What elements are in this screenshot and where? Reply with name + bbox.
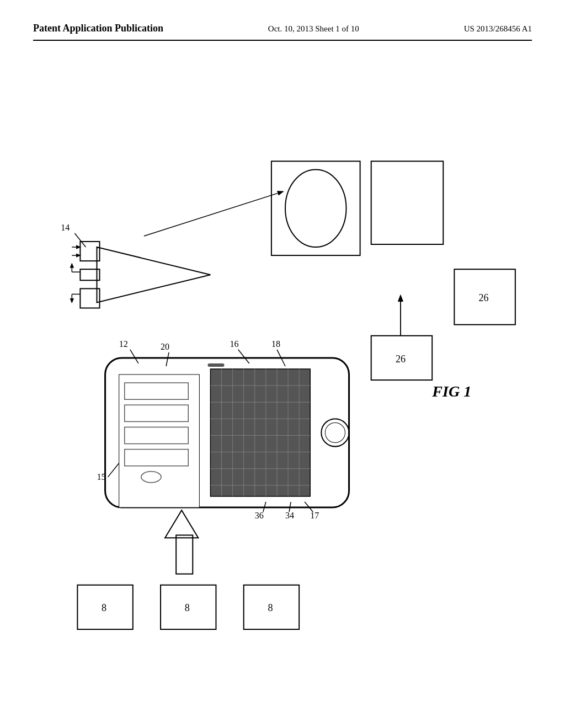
svg-text:34: 34 (285, 511, 294, 520)
svg-text:15: 15 (97, 472, 106, 481)
svg-rect-57 (371, 161, 444, 244)
svg-marker-72 (398, 294, 403, 301)
patent-page: Patent Application Publication Oct. 10, … (0, 0, 565, 728)
figure-area: 8 8 8 (33, 52, 532, 686)
svg-text:26: 26 (479, 292, 489, 303)
publication-type: Patent Application Publication (33, 22, 163, 35)
svg-text:26: 26 (396, 354, 406, 365)
svg-text:8: 8 (185, 602, 190, 613)
page-header: Patent Application Publication Oct. 10, … (33, 22, 532, 41)
svg-text:8: 8 (268, 602, 273, 613)
svg-rect-25 (119, 374, 200, 507)
svg-text:12: 12 (119, 339, 128, 349)
svg-text:16: 16 (230, 339, 239, 349)
svg-rect-9 (210, 369, 310, 496)
svg-line-70 (144, 192, 282, 236)
svg-text:FIG 1: FIG 1 (431, 383, 471, 400)
svg-text:36: 36 (255, 511, 264, 520)
svg-text:18: 18 (271, 339, 280, 349)
publication-number: US 2013/268456 A1 (464, 22, 532, 35)
svg-text:8: 8 (102, 602, 106, 613)
svg-rect-6 (176, 535, 193, 574)
svg-text:20: 20 (161, 342, 169, 351)
publication-date-sheet: Oct. 10, 2013 Sheet 1 of 10 (268, 22, 359, 35)
diagram-svg: 8 8 8 (33, 52, 532, 686)
svg-marker-7 (165, 510, 198, 538)
svg-point-56 (285, 169, 346, 247)
svg-rect-33 (207, 363, 224, 367)
svg-marker-58 (97, 247, 211, 302)
svg-text:14: 14 (61, 223, 70, 232)
svg-text:17: 17 (310, 511, 319, 520)
